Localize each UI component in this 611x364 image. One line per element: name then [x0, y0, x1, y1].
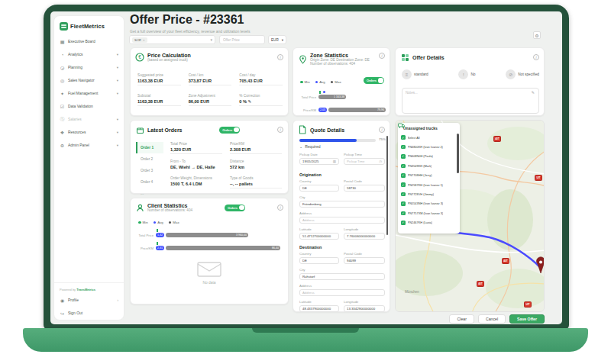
info-icon[interactable]: i	[277, 54, 283, 60]
origin-city-input[interactable]: Fröndenberg	[299, 201, 385, 208]
dest-city-input[interactable]: Ruhstorf	[299, 273, 385, 280]
offer-type-badge[interactable]: ≡ standard	[402, 69, 428, 79]
max-dot	[169, 221, 172, 224]
origin-longitude-input[interactable]: 7.76006000000000	[344, 233, 385, 240]
filter-tag-chip[interactable]: SOF ×	[132, 37, 147, 43]
min-marker	[157, 242, 158, 245]
offer-flag-badge[interactable]: ! No	[458, 69, 475, 79]
logo[interactable]: FleetMetrics	[54, 16, 124, 35]
origin-address-input[interactable]: Address	[299, 217, 385, 224]
avg-dot	[154, 221, 157, 224]
sidebar-item-salaries[interactable]: Ⓢ Salaries ▾	[54, 113, 124, 126]
checkbox-checked[interactable]: ✓	[401, 201, 406, 206]
person-icon	[135, 203, 144, 212]
avg-dot	[315, 81, 318, 84]
scrollbar[interactable]	[386, 136, 389, 235]
sidebar-item-analytics[interactable]: ◔ Analytics ▾	[54, 48, 124, 61]
sidebar-item-executive-board[interactable]: ▦ Executive Board	[54, 35, 124, 48]
notes-textarea[interactable]	[402, 88, 539, 114]
chevron-down-icon: ▾	[210, 37, 212, 42]
truck-list-item[interactable]: ✓ PN608N0H (Paula)	[401, 152, 457, 161]
sidebar-item-resources[interactable]: ❖ Resources ▾	[54, 126, 124, 139]
offer-spec-badge[interactable]: ⊘ Not specified	[506, 69, 539, 79]
card-title: Client Statistics	[147, 203, 192, 208]
sidebar-item-sign-out[interactable]: ↪ Sign Out	[54, 307, 124, 320]
card-title: Price Calculation	[147, 53, 191, 58]
order-field: Type of Goods --, -- pallets	[230, 176, 282, 188]
orders-toggle[interactable]: Orders	[225, 205, 245, 211]
truck-list-item[interactable]: ✓ PN7708HH (Jerry)	[401, 171, 457, 180]
truck-list-item[interactable]: ✓ PN6800KH (Ivan Ivanov 2)	[401, 142, 457, 151]
checkbox-checked[interactable]: ✓	[401, 135, 406, 140]
truck-list-item[interactable]: ✓ PN7757XM (Ivan Ivanov 3)	[401, 208, 457, 217]
pickup-time-input[interactable]: Pickup Time ◷	[344, 158, 385, 165]
checkbox-checked[interactable]: ✓	[401, 173, 406, 178]
checkbox-checked[interactable]: ✓	[401, 145, 406, 150]
sidebar-item-sales-navigator[interactable]: ◎ Sales Navigator ▾	[54, 74, 124, 87]
pickup-date-input[interactable]: 19/05/2025 ▦	[299, 158, 339, 165]
sidebar-item-admin-panel[interactable]: ⚙ Admin Panel ▾	[54, 139, 124, 152]
checkbox-checked[interactable]: ✓	[401, 164, 406, 169]
truck-list-item[interactable]: ✓ PN2467KH (Luzia)	[401, 218, 457, 227]
orders-toggle[interactable]: Orders	[364, 77, 384, 84]
legend: Min Avg Max	[138, 221, 179, 224]
checkbox-checked[interactable]: ✓	[401, 154, 406, 159]
currency-select[interactable]: EUR ▾	[268, 35, 286, 44]
tab-order-1[interactable]: Order 1	[136, 142, 163, 153]
sidebar-item-planning[interactable]: ◶ Planning ▾	[54, 61, 124, 74]
sidebar-item-data-validation[interactable]: ☑ Data Validation	[54, 100, 124, 113]
checkbox-checked[interactable]: ✓	[401, 182, 406, 187]
logo-text: FleetMetrics	[70, 23, 105, 30]
fleetmetrics-logo-icon	[60, 22, 68, 31]
sidebar-item-fuel-management[interactable]: ✦ Fuel Management ▾	[54, 87, 124, 100]
checkbox-checked[interactable]: ✓	[401, 192, 406, 197]
truck-list-item[interactable]: ✓ PN5543NH (Ivan Ivanov 3)	[401, 199, 457, 208]
origin-country-input[interactable]: DE	[299, 185, 339, 192]
dest-address-input[interactable]: Address	[299, 289, 385, 296]
info-icon[interactable]: i	[533, 54, 539, 60]
edit-icon[interactable]: ✎	[248, 99, 252, 104]
truck-list-item[interactable]: ✓ PN7728VH (Jimmy)	[401, 189, 457, 198]
required-section-toggle[interactable]: ⌄ Required	[299, 144, 321, 149]
sidebar: FleetMetrics ▦ Executive Board ◔ Analyti…	[53, 15, 124, 321]
offer-price-input[interactable]	[219, 35, 265, 44]
info-icon[interactable]: i	[277, 127, 283, 133]
truck-marker[interactable]: UIT	[535, 175, 542, 181]
cancel-button[interactable]: Cancel	[478, 314, 506, 324]
truck-marker[interactable]: UIT	[524, 301, 532, 308]
info-icon[interactable]: i	[277, 205, 283, 211]
clear-button[interactable]: Clear	[449, 314, 474, 324]
toggle-knob	[378, 78, 383, 83]
select-all-row[interactable]: ✓ Select All	[401, 133, 457, 142]
origin-latitude-input[interactable]: 51.4712700000000	[299, 233, 339, 240]
badge-not-specified-icon: ⊘	[506, 69, 516, 79]
tab-order-2[interactable]: Order 2	[136, 153, 163, 165]
dest-country-input[interactable]: DE	[299, 257, 339, 264]
header-settings-icon[interactable]: ⚙	[533, 31, 541, 39]
orders-toggle[interactable]: Orders	[219, 127, 240, 134]
truck-marker[interactable]: 40T	[502, 258, 509, 264]
destination-heading: Destination	[299, 245, 322, 250]
zone-filter-select[interactable]: SOF × ▾	[129, 35, 215, 44]
dest-postal-input[interactable]: 94099	[344, 257, 385, 264]
truck-list-item[interactable]: ✓ PN3549KH (Mark)	[401, 161, 457, 170]
order-field: From - To DE, Wiehl → DE, Halle	[170, 159, 222, 171]
dest-latitude-input[interactable]: 48.4337900000000	[299, 305, 339, 312]
checkbox-checked[interactable]: ✓	[401, 221, 406, 225]
truck-marker[interactable]: 40T	[493, 136, 501, 142]
sidebar-item-profile[interactable]: ◉ Profile ›	[54, 294, 124, 307]
truck-list-item[interactable]: ✓ PN2587KH (Ivan Ivanov 1)	[401, 180, 457, 189]
tab-order-3[interactable]: Order 3	[136, 165, 163, 176]
scrollbar[interactable]	[457, 134, 459, 173]
origin-postal-input[interactable]: 58730	[344, 185, 385, 192]
checkbox-checked[interactable]: ✓	[401, 211, 406, 216]
dest-longitude-input[interactable]: 13.3342900000000	[344, 305, 385, 312]
truck-marker[interactable]: 40T	[477, 281, 484, 287]
tab-order-4[interactable]: Order 4	[136, 176, 163, 188]
max-bar: 3 960,00	[166, 233, 248, 237]
route-map[interactable]: 40T UIT 40T UIT 40T 40T München Unassign…	[395, 120, 545, 312]
info-icon[interactable]: i	[379, 127, 385, 133]
close-icon[interactable]: ×	[143, 38, 145, 42]
save-offer-button[interactable]: Save Offer	[509, 314, 545, 324]
info-icon[interactable]: i	[379, 53, 385, 59]
